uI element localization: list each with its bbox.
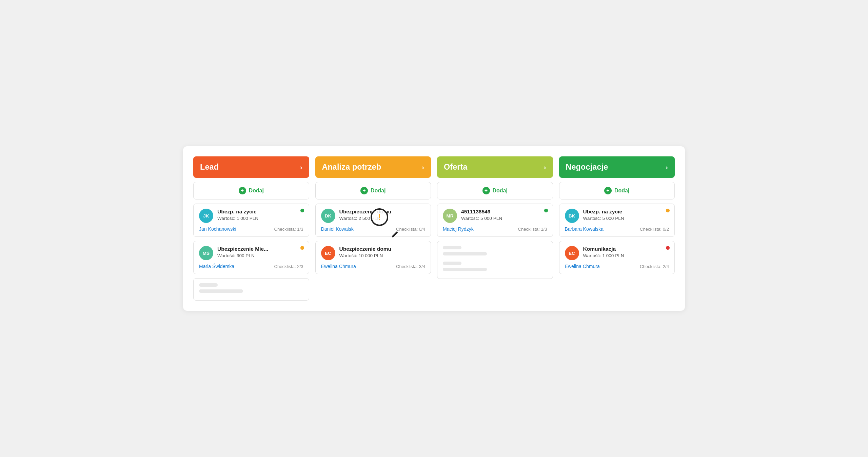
column-header-analiza[interactable]: Analiza potrzeb › [315,156,431,178]
column-arrow-lead: › [300,163,302,171]
deal-title-ms: Ubezpieczenie Mie... [217,246,303,252]
status-dot-mr [544,209,548,212]
deal-person-ec[interactable]: Ewelina Chmura [321,264,356,269]
deal-value-ec: Wartość: 10 000 PLN [339,253,426,258]
kanban-board: Lead › + Dodaj JK Ubezp. na życie Wartoś… [193,156,675,301]
deal-checklist-jk: Checklista: 1/3 [274,227,303,232]
deal-value-ms: Wartość: 900 PLN [217,253,303,258]
card-top-bk: BK Ubezp. na życie Wartość: 5 000 PLN [565,209,669,223]
add-icon-lead: + [239,187,246,194]
card-bottom-dk: Daniel Kowalski Checklista: 0/4 [321,226,426,232]
deal-title-ec2: Komunikacja [583,246,669,252]
column-title-oferta: Oferta [444,163,468,172]
deal-info-dk: Ubezpieczenie domu Wartość: 2 500 PLN [339,209,426,221]
deal-title-ec: Ubezpieczenie domu [339,246,426,252]
deal-card-jk[interactable]: JK Ubezp. na życie Wartość: 1 000 PLN Ja… [193,204,309,237]
deal-checklist-dk: Checklista: 0/4 [396,227,425,232]
avatar-jk: JK [199,209,213,223]
placeholder-line [443,246,461,249]
deal-person-dk[interactable]: Daniel Kowalski [321,226,355,232]
card-top-jk: JK Ubezp. na życie Wartość: 1 000 PLN [199,209,303,223]
deal-info-mr: 4511138549 Wartość: 5 000 PLN [461,209,547,221]
avatar-mr: MR [443,209,457,223]
card-bottom-ms: Maria Świderska Checklista: 2/3 [199,264,303,269]
column-header-negocjacje[interactable]: Negocjacje › [559,156,675,178]
add-card-oferta[interactable]: + Dodaj [437,182,553,199]
add-label-lead: Dodaj [249,188,264,194]
deal-info-jk: Ubezp. na życie Wartość: 1 000 PLN [217,209,303,221]
placeholder-line [443,262,461,265]
deal-title-dk: Ubezpieczenie domu [339,209,426,215]
deal-person-jk[interactable]: Jan Kochanowski [199,226,236,232]
placeholder-line [199,283,218,287]
placeholder-card-lead [193,278,309,301]
column-arrow-oferta: › [544,163,546,171]
add-label-analiza: Dodaj [371,188,386,194]
deal-checklist-mr: Checklista: 1/3 [518,227,547,232]
card-bottom-ec: Ewelina Chmura Checklista: 3/4 [321,264,426,269]
card-top-ec: EC Ubezpieczenie domu Wartość: 10 000 PL… [321,246,426,260]
card-bottom-jk: Jan Kochanowski Checklista: 1/3 [199,226,303,232]
deal-checklist-ms: Checklista: 2/3 [274,264,303,269]
add-card-negocjacje[interactable]: + Dodaj [559,182,675,199]
column-arrow-analiza: › [422,163,424,171]
deal-person-ms[interactable]: Maria Świderska [199,264,234,269]
deal-person-mr[interactable]: Maciej Rydzyk [443,226,474,232]
deal-title-mr: 4511138549 [461,209,547,215]
placeholder-card-oferta [437,241,553,279]
deal-value-ec2: Wartość: 1 000 PLN [583,253,669,258]
column-arrow-negocjacje: › [666,163,668,171]
add-icon-negocjacje: + [604,187,612,194]
status-dot-bk [666,209,670,212]
card-bottom-ec2: Ewelina Chmura Checklista: 2/4 [565,264,669,269]
add-card-lead[interactable]: + Dodaj [193,182,309,199]
card-bottom-mr: Maciej Rydzyk Checklista: 1/3 [443,226,547,232]
deal-checklist-ec: Checklista: 3/4 [396,264,425,269]
add-card-analiza[interactable]: + Dodaj [315,182,431,199]
deal-title-jk: Ubezp. na życie [217,209,303,215]
card-top-ec2: EC Komunikacja Wartość: 1 000 PLN [565,246,669,260]
deal-value-mr: Wartość: 5 000 PLN [461,216,547,221]
card-top-dk: DK Ubezpieczenie domu Wartość: 2 500 PLN [321,209,426,223]
deal-info-ec2: Komunikacja Wartość: 1 000 PLN [583,246,669,258]
column-title-analiza: Analiza potrzeb [322,163,381,172]
card-top-mr: MR 4511138549 Wartość: 5 000 PLN [443,209,547,223]
card-bottom-bk: Barbara Kowalska Checklista: 0/2 [565,226,669,232]
avatar-ms: MŚ [199,246,213,260]
deal-info-bk: Ubezp. na życie Wartość: 5 000 PLN [583,209,669,221]
deal-title-bk: Ubezp. na życie [583,209,669,215]
column-analiza: Analiza potrzeb › + Dodaj DK Ubezpieczen… [315,156,431,301]
status-dot-jk [300,209,304,212]
placeholder-line [199,289,243,293]
column-lead: Lead › + Dodaj JK Ubezp. na życie Wartoś… [193,156,309,301]
deal-person-bk[interactable]: Barbara Kowalska [565,226,604,232]
deal-card-ms[interactable]: MŚ Ubezpieczenie Mie... Wartość: 900 PLN… [193,241,309,274]
column-title-negocjacje: Negocjacje [566,163,608,172]
column-header-oferta[interactable]: Oferta › [437,156,553,178]
avatar-ec: EC [321,246,335,260]
add-icon-analiza: + [360,187,368,194]
deal-checklist-bk: Checklista: 0/2 [640,227,669,232]
status-dot-ms [300,246,304,250]
deal-card-dk[interactable]: DK Ubezpieczenie domu Wartość: 2 500 PLN… [315,204,431,237]
placeholder-line [443,268,487,271]
add-label-oferta: Dodaj [493,188,508,194]
deal-card-ec[interactable]: EC Ubezpieczenie domu Wartość: 10 000 PL… [315,241,431,274]
status-dot-ec2 [666,246,670,250]
deal-info-ec: Ubezpieczenie domu Wartość: 10 000 PLN [339,246,426,258]
deal-card-bk[interactable]: BK Ubezp. na życie Wartość: 5 000 PLN Ba… [559,204,675,237]
avatar-dk: DK [321,209,335,223]
deal-card-mr[interactable]: MR 4511138549 Wartość: 5 000 PLN Maciej … [437,204,553,237]
card-top-ms: MŚ Ubezpieczenie Mie... Wartość: 900 PLN [199,246,303,260]
deal-card-ec2[interactable]: EC Komunikacja Wartość: 1 000 PLN Ewelin… [559,241,675,274]
magnifier-handle [392,231,398,237]
avatar-ec2: EC [565,246,579,260]
avatar-bk: BK [565,209,579,223]
deal-info-ms: Ubezpieczenie Mie... Wartość: 900 PLN [217,246,303,258]
deal-value-dk: Wartość: 2 500 PLN [339,216,426,221]
deal-person-ec2[interactable]: Ewelina Chmura [565,264,600,269]
deal-checklist-ec2: Checklista: 2/4 [640,264,669,269]
column-negocjacje: Negocjacje › + Dodaj BK Ubezp. na życie … [559,156,675,301]
column-header-lead[interactable]: Lead › [193,156,309,178]
add-label-negocjacje: Dodaj [614,188,629,194]
